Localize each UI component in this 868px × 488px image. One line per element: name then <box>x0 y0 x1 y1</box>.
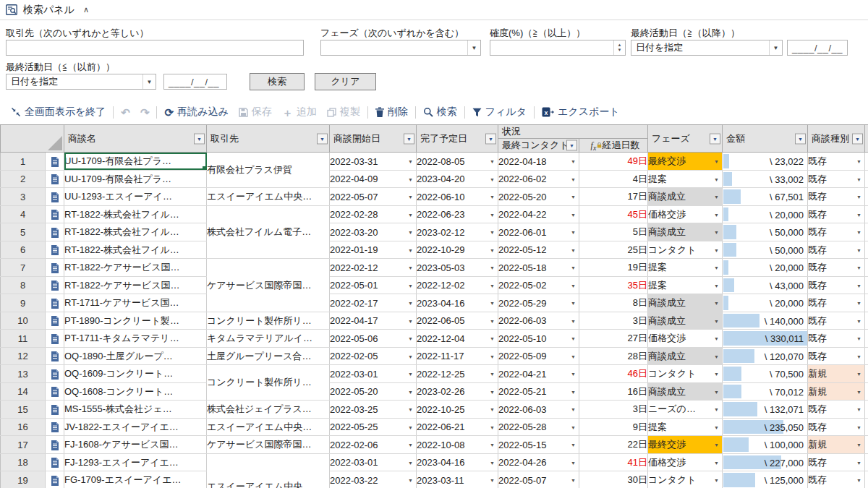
cell-end-date[interactable]: 2022-08-05▼ <box>417 153 498 171</box>
spinner-arrows-icon[interactable]: ▲▼ <box>613 40 625 55</box>
open-record-cell[interactable] <box>46 223 64 241</box>
cell-last-contact[interactable]: 2022-05-10▼ <box>498 330 579 348</box>
cell-amount[interactable]: \ 23,022 <box>723 153 808 171</box>
cell-end-date[interactable]: 2023-02-12▼ <box>417 223 498 241</box>
cell-client[interactable]: 株式会社フイルム電子… <box>207 205 330 259</box>
cell-phase[interactable]: 提案▼ <box>648 418 723 436</box>
document-icon[interactable] <box>51 405 59 415</box>
cell-amount[interactable]: \ 227,000 <box>723 453 808 471</box>
open-record-cell[interactable] <box>46 347 64 365</box>
cell-elapsed-days[interactable]: 3日 <box>579 401 648 419</box>
cell-elapsed-days[interactable]: 27日 <box>579 330 648 348</box>
row-number[interactable]: 6 <box>1 241 46 259</box>
row-number[interactable]: 1 <box>1 153 46 171</box>
cell-start-date[interactable]: 2022-03-01▼ <box>330 365 417 383</box>
cell-deal-name[interactable]: OQ-1890-土屋グループ… <box>64 347 207 365</box>
cell-amount[interactable]: \ 125,000 <box>723 471 808 488</box>
cell-phase[interactable]: 価格交渉▼ <box>648 205 723 223</box>
cell-end-date[interactable]: 2022-12-04▼ <box>417 330 498 348</box>
cell-elapsed-days[interactable]: 9日 <box>579 418 648 436</box>
column-header-last-contact[interactable]: 最終コンタクト ▼ <box>498 139 579 153</box>
row-number[interactable]: 3 <box>1 188 46 206</box>
cell-last-contact[interactable]: 2022-05-21▼ <box>498 382 579 401</box>
cell-deal-type[interactable]: 既存▼ <box>808 259 865 277</box>
open-record-cell[interactable] <box>46 471 64 488</box>
cell-amount[interactable]: \ 70,500 <box>723 365 808 383</box>
cell-deal-type[interactable]: 既存▼ <box>808 153 865 171</box>
cell-elapsed-days[interactable]: 46日 <box>579 365 648 383</box>
column-header-amount[interactable]: 金額 ▼ <box>723 125 808 153</box>
column-header-deal-type[interactable]: 商談種別 ▼ <box>808 125 865 153</box>
cell-client[interactable]: 有限会社プラス伊賀 <box>207 153 330 188</box>
cell-amount[interactable]: \ 20,000 <box>723 259 808 277</box>
cell-last-contact[interactable]: 2022-05-18▼ <box>498 259 579 277</box>
lastactivity-to-date-input[interactable]: ____/__/__ <box>163 74 227 90</box>
cell-client[interactable]: 株式会社ジェイプラス… <box>207 401 330 419</box>
cell-amount[interactable]: \ 120,070 <box>723 347 808 365</box>
document-icon[interactable] <box>51 334 59 344</box>
cell-start-date[interactable]: 2022-03-31▼ <box>330 153 417 171</box>
document-icon[interactable] <box>51 245 59 255</box>
cell-phase[interactable]: 商談成立▼ <box>648 382 723 401</box>
document-icon[interactable] <box>51 369 59 380</box>
cell-elapsed-days[interactable]: 8日 <box>579 294 648 312</box>
cell-client[interactable]: 土屋グループリース合… <box>207 347 330 365</box>
cell-elapsed-days[interactable]: 5日 <box>579 223 648 241</box>
probability-filter-spinner[interactable]: ▲▼ <box>490 40 626 56</box>
cell-amount[interactable]: \ 43,000 <box>723 276 808 294</box>
document-icon[interactable] <box>51 351 59 361</box>
cell-deal-type[interactable]: 既存▼ <box>808 170 865 188</box>
cell-end-date[interactable]: 2023-04-20▼ <box>417 170 498 188</box>
cell-elapsed-days[interactable]: 41日 <box>579 453 648 471</box>
cell-last-contact[interactable]: 2022-06-01▼ <box>498 223 579 241</box>
cell-deal-type[interactable]: 新規▼ <box>808 382 865 401</box>
cell-last-contact[interactable]: 2022-04-18▼ <box>498 153 579 171</box>
cell-last-contact[interactable]: 2022-05-07▼ <box>498 471 579 488</box>
cell-elapsed-days[interactable]: 4日 <box>579 170 648 188</box>
cell-last-contact[interactable]: 2022-05-09▼ <box>498 347 579 365</box>
cell-elapsed-days[interactable]: 35日 <box>579 276 648 294</box>
cell-start-date[interactable]: 2022-05-06▼ <box>330 330 417 348</box>
cell-client[interactable]: エスイーアイエム中央… <box>207 418 330 436</box>
cell-end-date[interactable]: 2022-06-21▼ <box>417 418 498 436</box>
cell-deal-name[interactable]: RT-1822-ケアサービス国… <box>64 259 207 277</box>
document-icon[interactable] <box>51 387 59 397</box>
filter-button[interactable]: フィルタ <box>467 106 532 119</box>
cell-end-date[interactable]: 2023-04-16▼ <box>417 453 498 471</box>
cell-deal-type[interactable]: 既存▼ <box>808 312 865 330</box>
cell-end-date[interactable]: 2022-06-05▼ <box>417 312 498 330</box>
cell-start-date[interactable]: 2022-02-05▼ <box>330 347 417 365</box>
cell-deal-name[interactable]: JV-1822-エスイーアイエ… <box>64 418 207 436</box>
cell-elapsed-days[interactable]: 3日 <box>579 312 648 330</box>
open-record-cell[interactable] <box>46 205 64 223</box>
cell-phase[interactable]: ニーズの…▼ <box>648 401 723 419</box>
cell-start-date[interactable]: 2022-02-06▼ <box>330 436 417 454</box>
cell-start-date[interactable]: 2022-02-12▼ <box>330 259 417 277</box>
open-record-cell[interactable] <box>46 188 64 206</box>
cell-deal-name[interactable]: MS-1555-株式会社ジェ… <box>64 401 207 419</box>
column-filter-icon[interactable]: ▼ <box>710 133 720 144</box>
cell-end-date[interactable]: 2022-12-02▼ <box>417 276 498 294</box>
cell-start-date[interactable]: 2022-01-19▼ <box>330 241 417 259</box>
cell-deal-name[interactable]: UU-1709-有限会社プラ… <box>64 153 207 171</box>
cell-amount[interactable]: \ 50,000 <box>723 241 808 259</box>
cell-client[interactable]: エスイーアイエム中央… <box>207 453 330 488</box>
row-number[interactable]: 19 <box>1 471 46 488</box>
cell-elapsed-days[interactable]: 28日 <box>579 347 648 365</box>
cell-phase[interactable]: 提案▼ <box>648 170 723 188</box>
cell-client[interactable]: ケアサービス国際帝国… <box>207 436 330 454</box>
cell-client[interactable]: ケアサービス国際帝国… <box>207 259 330 312</box>
lastactivity-from-date-input[interactable]: ____/__/__ <box>787 40 848 56</box>
cell-deal-type[interactable]: 既存▼ <box>808 205 865 223</box>
cell-phase[interactable]: 価格交渉▼ <box>648 453 723 471</box>
row-number[interactable]: 14 <box>1 382 46 401</box>
cell-amount[interactable]: \ 20,000 <box>723 294 808 312</box>
cell-client[interactable]: コンクリート製作所リ… <box>207 312 330 330</box>
document-icon[interactable] <box>51 157 59 167</box>
column-filter-icon[interactable]: ▼ <box>485 133 496 144</box>
document-icon[interactable] <box>51 316 59 326</box>
document-icon[interactable] <box>51 422 59 432</box>
cell-end-date[interactable]: 2023-05-03▼ <box>417 259 498 277</box>
column-filter-icon[interactable]: ▼ <box>194 133 205 144</box>
cell-deal-type[interactable]: 既存▼ <box>808 401 865 419</box>
